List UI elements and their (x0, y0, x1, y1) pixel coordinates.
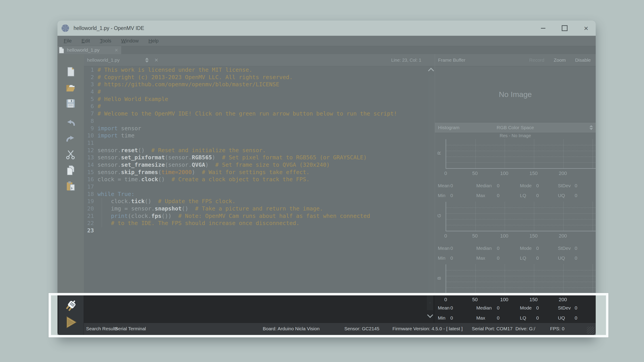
menu-window[interactable]: Window (121, 38, 139, 44)
title-bar[interactable]: helloworld_1.py - OpenMV IDE × (58, 20, 596, 36)
window-title: helloworld_1.py - OpenMV IDE (74, 25, 144, 31)
gridline (446, 213, 596, 214)
line-number: 15 (84, 169, 96, 176)
tick-label: 50 (472, 297, 478, 303)
open-file-selector[interactable]: helloworld_1.py (87, 57, 143, 63)
line-text: # https://github.com/openmv/openmv/blob/… (98, 81, 279, 88)
stat-label: LQ (520, 255, 526, 261)
resize-grip[interactable] (587, 327, 594, 334)
line-text: clock.tick() # Update the FPS clock. (98, 198, 236, 205)
gridline (592, 202, 593, 231)
gridline (446, 162, 596, 163)
stat-label: Min (438, 255, 446, 261)
bottom-tab-serial-terminal[interactable]: Serial Terminal (115, 326, 146, 331)
gridline (446, 145, 596, 145)
line-number: 14 (84, 161, 96, 169)
gridline (592, 264, 593, 293)
menu-edit[interactable]: Edit (82, 38, 90, 44)
close-icon: × (584, 26, 588, 30)
line-number: 18 (84, 191, 96, 198)
line-text: import sensor (98, 125, 141, 132)
open-folder-icon[interactable] (65, 82, 76, 93)
gridline (534, 139, 534, 168)
code-line: 14sensor.set_framesize(sensor.QVGA) # Se… (84, 161, 435, 169)
run-script-button[interactable] (64, 316, 78, 329)
menu-help[interactable]: Help (148, 38, 158, 44)
file-switch-spinner-icon[interactable] (145, 58, 149, 62)
code-line: 12sensor.reset() # Reset and initialize … (84, 147, 435, 154)
stat-value: 0 (536, 246, 539, 251)
stats-row: Mean0Median0Mode0StDev0 (435, 183, 596, 190)
tab-helloworld[interactable]: helloworld_1.py × (58, 46, 121, 54)
new-file-icon[interactable] (65, 66, 76, 77)
redo-icon[interactable] (65, 133, 76, 144)
stat-value: 0 (536, 183, 539, 188)
line-text: # Hello World Example (98, 96, 168, 103)
paste-icon[interactable] (65, 181, 76, 192)
tick-label: 0 (444, 170, 447, 176)
histogram-R-section: R050100150200Mean0Median0Mode0StDev0Min0… (435, 139, 596, 202)
stat-label: LQ (520, 193, 526, 198)
disable-button[interactable]: Disable (575, 57, 591, 63)
panel-divider (434, 295, 434, 323)
line-number: 22 (84, 220, 96, 227)
stat-label: Mean (438, 183, 450, 188)
stat-value: 0 (450, 305, 453, 311)
color-space-spinner-icon[interactable] (590, 125, 593, 130)
tab-close-icon[interactable]: × (115, 47, 118, 54)
scrollbar-bottom[interactable] (426, 295, 434, 323)
line-text: # (98, 88, 101, 96)
stat-value: 0 (536, 315, 539, 321)
close-button[interactable]: × (582, 24, 590, 32)
gridline (446, 208, 596, 208)
maximize-button[interactable] (561, 24, 568, 32)
line-text: # to the IDE. The FPS should increase on… (98, 220, 300, 227)
code-line: 17 (84, 183, 435, 191)
menu-file[interactable]: File (64, 38, 72, 44)
line-text: # This work is licensed under the MIT li… (98, 66, 252, 74)
stats-row: Min0Max0LQ0UQ0 (435, 255, 596, 262)
line-text: sensor.set_pixformat(sensor.RGB565) # Se… (98, 154, 367, 161)
line-text: # Welcome to the OpenMV IDE! Click on th… (98, 110, 397, 117)
editor-header: helloworld_1.py × Line: 23, Col: 1 (84, 54, 435, 66)
copy-icon[interactable] (65, 165, 76, 176)
bottom-tab-search-results[interactable]: Search Results (86, 326, 118, 331)
bottom-panel-region: 050100150200Mean0Median0Mode0StDev0Min0M… (58, 295, 596, 335)
stat-value: 0 (450, 246, 453, 251)
gridline (505, 264, 505, 293)
stat-label: Median (476, 305, 492, 311)
stat-label: Median (476, 246, 492, 251)
menu-tools[interactable]: Tools (100, 38, 111, 44)
highlight-margin-left (51, 295, 58, 335)
record-button[interactable]: Record (529, 57, 544, 63)
connect-button[interactable] (64, 300, 78, 312)
minimize-button[interactable] (539, 24, 547, 32)
scroll-up-icon[interactable] (428, 68, 434, 74)
code-line: 4# (84, 88, 435, 96)
stat-label: Max (476, 315, 485, 321)
line-number: 6 (84, 103, 96, 110)
code-line: 13sensor.set_pixformat(sensor.RGB565) # … (84, 154, 435, 161)
line-number: 16 (84, 176, 96, 183)
gridline (446, 276, 596, 276)
line-text: sensor.reset() # Reset and initialize th… (98, 147, 266, 154)
line-number: 21 (84, 213, 96, 220)
scrollbar-handle-end[interactable] (427, 295, 433, 310)
tick-label: 100 (500, 170, 508, 176)
gridline (563, 139, 564, 168)
document-icon (59, 47, 64, 53)
stat-label: Mean (438, 305, 450, 311)
stats-row: Min0Max0LQ0UQ0 (435, 193, 596, 200)
scroll-down-icon[interactable] (427, 312, 433, 318)
stat-value: 0 (450, 255, 453, 261)
cut-icon[interactable] (65, 149, 76, 160)
zoom-button[interactable]: Zoom (554, 57, 566, 63)
color-space-select[interactable]: RGB Color Space (435, 125, 596, 130)
save-icon[interactable] (65, 98, 76, 109)
code-line: 22 # to the IDE. The FPS should increase… (84, 220, 435, 227)
undo-icon[interactable] (65, 117, 76, 128)
stat-label: UQ (558, 315, 565, 321)
tick-label: 0 (444, 233, 447, 239)
stat-label: Mean (438, 246, 450, 251)
editor-close-icon[interactable]: × (154, 56, 158, 64)
